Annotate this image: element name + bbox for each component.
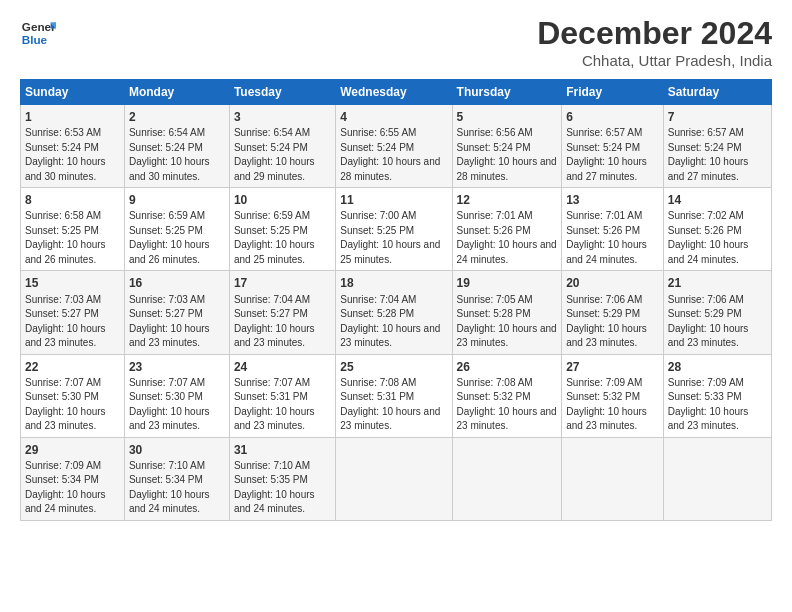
daylight-text: Daylight: 10 hours and 23 minutes. (668, 323, 749, 349)
table-cell: 4Sunrise: 6:55 AMSunset: 5:24 PMDaylight… (336, 105, 452, 188)
sunrise-text: Sunrise: 6:55 AM (340, 127, 416, 138)
sunrise-text: Sunrise: 7:01 AM (566, 210, 642, 221)
table-cell: 20Sunrise: 7:06 AMSunset: 5:29 PMDayligh… (562, 271, 664, 354)
sunset-text: Sunset: 5:31 PM (234, 391, 308, 402)
daylight-text: Daylight: 10 hours and 26 minutes. (25, 239, 106, 265)
day-number: 25 (340, 359, 447, 375)
sunset-text: Sunset: 5:24 PM (25, 142, 99, 153)
sunrise-text: Sunrise: 7:08 AM (340, 377, 416, 388)
sunrise-text: Sunrise: 6:54 AM (129, 127, 205, 138)
daylight-text: Daylight: 10 hours and 23 minutes. (457, 323, 557, 349)
table-cell: 16Sunrise: 7:03 AMSunset: 5:27 PMDayligh… (124, 271, 229, 354)
sunset-text: Sunset: 5:24 PM (566, 142, 640, 153)
table-cell (663, 437, 771, 520)
day-number: 18 (340, 275, 447, 291)
day-number: 19 (457, 275, 558, 291)
daylight-text: Daylight: 10 hours and 28 minutes. (340, 156, 440, 182)
daylight-text: Daylight: 10 hours and 30 minutes. (129, 156, 210, 182)
sunrise-text: Sunrise: 6:53 AM (25, 127, 101, 138)
table-row: 15Sunrise: 7:03 AMSunset: 5:27 PMDayligh… (21, 271, 772, 354)
day-number: 20 (566, 275, 659, 291)
sunset-text: Sunset: 5:34 PM (25, 474, 99, 485)
daylight-text: Daylight: 10 hours and 24 minutes. (129, 489, 210, 515)
table-cell: 14Sunrise: 7:02 AMSunset: 5:26 PMDayligh… (663, 188, 771, 271)
sunrise-text: Sunrise: 7:04 AM (234, 294, 310, 305)
sunrise-text: Sunrise: 7:09 AM (668, 377, 744, 388)
daylight-text: Daylight: 10 hours and 25 minutes. (234, 239, 315, 265)
sunrise-text: Sunrise: 6:54 AM (234, 127, 310, 138)
sunset-text: Sunset: 5:26 PM (457, 225, 531, 236)
day-number: 17 (234, 275, 331, 291)
day-number: 1 (25, 109, 120, 125)
table-cell: 13Sunrise: 7:01 AMSunset: 5:26 PMDayligh… (562, 188, 664, 271)
daylight-text: Daylight: 10 hours and 23 minutes. (129, 323, 210, 349)
sunset-text: Sunset: 5:25 PM (129, 225, 203, 236)
table-row: 22Sunrise: 7:07 AMSunset: 5:30 PMDayligh… (21, 354, 772, 437)
table-cell: 21Sunrise: 7:06 AMSunset: 5:29 PMDayligh… (663, 271, 771, 354)
col-thursday: Thursday (452, 80, 562, 105)
subtitle: Chhata, Uttar Pradesh, India (537, 52, 772, 69)
table-cell (452, 437, 562, 520)
sunrise-text: Sunrise: 7:00 AM (340, 210, 416, 221)
page-container: General Blue December 2024 Chhata, Uttar… (0, 0, 792, 531)
sunrise-text: Sunrise: 7:09 AM (25, 460, 101, 471)
logo-icon: General Blue (20, 15, 56, 51)
sunrise-text: Sunrise: 7:01 AM (457, 210, 533, 221)
logo: General Blue (20, 15, 56, 51)
daylight-text: Daylight: 10 hours and 23 minutes. (25, 406, 106, 432)
day-number: 8 (25, 192, 120, 208)
sunset-text: Sunset: 5:25 PM (234, 225, 308, 236)
table-cell: 10Sunrise: 6:59 AMSunset: 5:25 PMDayligh… (229, 188, 335, 271)
sunset-text: Sunset: 5:24 PM (457, 142, 531, 153)
daylight-text: Daylight: 10 hours and 23 minutes. (340, 323, 440, 349)
sunset-text: Sunset: 5:25 PM (340, 225, 414, 236)
sunrise-text: Sunrise: 7:10 AM (234, 460, 310, 471)
day-number: 31 (234, 442, 331, 458)
table-cell: 23Sunrise: 7:07 AMSunset: 5:30 PMDayligh… (124, 354, 229, 437)
daylight-text: Daylight: 10 hours and 23 minutes. (25, 323, 106, 349)
sunrise-text: Sunrise: 7:07 AM (25, 377, 101, 388)
table-cell: 31Sunrise: 7:10 AMSunset: 5:35 PMDayligh… (229, 437, 335, 520)
day-number: 12 (457, 192, 558, 208)
daylight-text: Daylight: 10 hours and 30 minutes. (25, 156, 106, 182)
sunrise-text: Sunrise: 7:09 AM (566, 377, 642, 388)
day-number: 4 (340, 109, 447, 125)
table-row: 8Sunrise: 6:58 AMSunset: 5:25 PMDaylight… (21, 188, 772, 271)
day-number: 15 (25, 275, 120, 291)
table-cell (562, 437, 664, 520)
day-number: 6 (566, 109, 659, 125)
header: General Blue December 2024 Chhata, Uttar… (20, 15, 772, 69)
col-monday: Monday (124, 80, 229, 105)
table-cell: 8Sunrise: 6:58 AMSunset: 5:25 PMDaylight… (21, 188, 125, 271)
daylight-text: Daylight: 10 hours and 23 minutes. (457, 406, 557, 432)
table-cell: 24Sunrise: 7:07 AMSunset: 5:31 PMDayligh… (229, 354, 335, 437)
table-cell: 25Sunrise: 7:08 AMSunset: 5:31 PMDayligh… (336, 354, 452, 437)
day-number: 21 (668, 275, 767, 291)
day-number: 11 (340, 192, 447, 208)
day-number: 2 (129, 109, 225, 125)
table-cell: 30Sunrise: 7:10 AMSunset: 5:34 PMDayligh… (124, 437, 229, 520)
header-row: Sunday Monday Tuesday Wednesday Thursday… (21, 80, 772, 105)
sunset-text: Sunset: 5:35 PM (234, 474, 308, 485)
sunset-text: Sunset: 5:26 PM (668, 225, 742, 236)
daylight-text: Daylight: 10 hours and 24 minutes. (566, 239, 647, 265)
table-cell: 5Sunrise: 6:56 AMSunset: 5:24 PMDaylight… (452, 105, 562, 188)
table-cell: 22Sunrise: 7:07 AMSunset: 5:30 PMDayligh… (21, 354, 125, 437)
sunrise-text: Sunrise: 7:02 AM (668, 210, 744, 221)
col-tuesday: Tuesday (229, 80, 335, 105)
sunrise-text: Sunrise: 7:03 AM (25, 294, 101, 305)
day-number: 13 (566, 192, 659, 208)
table-cell: 6Sunrise: 6:57 AMSunset: 5:24 PMDaylight… (562, 105, 664, 188)
daylight-text: Daylight: 10 hours and 24 minutes. (668, 239, 749, 265)
table-cell: 7Sunrise: 6:57 AMSunset: 5:24 PMDaylight… (663, 105, 771, 188)
sunset-text: Sunset: 5:32 PM (457, 391, 531, 402)
sunset-text: Sunset: 5:34 PM (129, 474, 203, 485)
daylight-text: Daylight: 10 hours and 28 minutes. (457, 156, 557, 182)
daylight-text: Daylight: 10 hours and 24 minutes. (457, 239, 557, 265)
sunset-text: Sunset: 5:30 PM (25, 391, 99, 402)
calendar-table: Sunday Monday Tuesday Wednesday Thursday… (20, 79, 772, 521)
daylight-text: Daylight: 10 hours and 24 minutes. (234, 489, 315, 515)
title-section: December 2024 Chhata, Uttar Pradesh, Ind… (537, 15, 772, 69)
sunrise-text: Sunrise: 7:03 AM (129, 294, 205, 305)
sunset-text: Sunset: 5:24 PM (234, 142, 308, 153)
